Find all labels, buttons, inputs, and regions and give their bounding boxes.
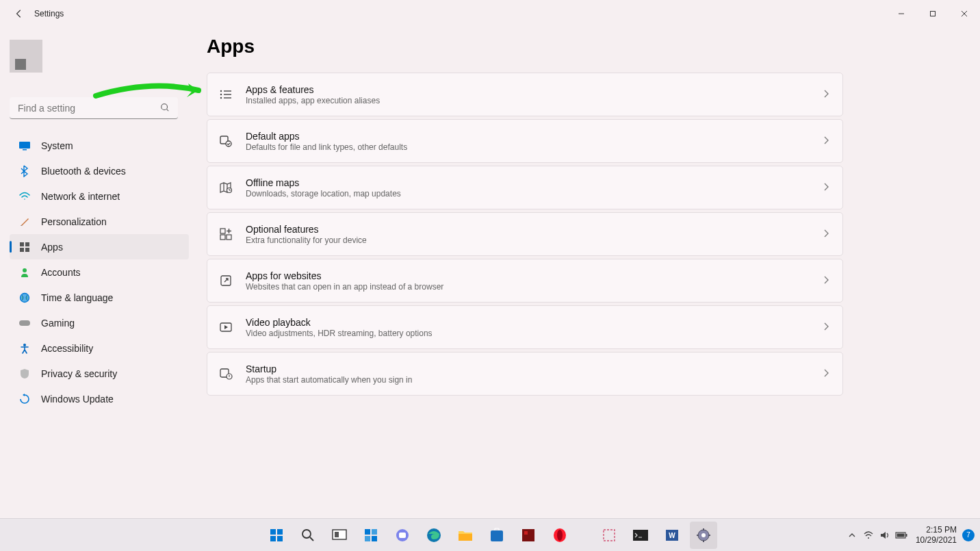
app-red[interactable] xyxy=(515,522,542,549)
svg-rect-37 xyxy=(277,536,283,541)
svg-point-54 xyxy=(557,530,563,541)
open-external-icon xyxy=(218,273,233,288)
nav-label: Bluetooth & devices xyxy=(41,166,126,177)
svg-point-13 xyxy=(21,293,29,302)
paint-icon xyxy=(18,215,31,229)
nav-accessibility[interactable]: Accessibility xyxy=(10,335,189,361)
svg-rect-35 xyxy=(277,529,283,535)
svg-rect-56 xyxy=(633,530,648,541)
card-offline-maps[interactable]: Offline mapsDownloads, storage location,… xyxy=(207,166,843,209)
taskbar-search[interactable] xyxy=(294,522,322,549)
card-apps-websites[interactable]: Apps for websitesWebsites that can open … xyxy=(207,259,843,303)
tray-clock[interactable]: 2:15 PM10/29/2021 xyxy=(916,525,957,546)
nav-label: Privacy & security xyxy=(41,368,117,379)
search-input[interactable] xyxy=(10,97,178,119)
nav-bluetooth[interactable]: Bluetooth & devices xyxy=(10,158,189,183)
settings-app[interactable] xyxy=(690,522,717,549)
svg-point-23 xyxy=(226,141,231,146)
main-content: Apps Apps & featuresInstalled apps, app … xyxy=(198,27,980,518)
user-avatar[interactable] xyxy=(10,40,42,73)
chevron-right-icon xyxy=(823,228,829,240)
svg-rect-10 xyxy=(20,248,24,252)
card-default-apps[interactable]: Default appsDefaults for file and link t… xyxy=(207,119,843,163)
svg-point-16 xyxy=(220,90,222,92)
widgets[interactable] xyxy=(357,522,385,549)
svg-rect-44 xyxy=(365,536,370,541)
chevron-right-icon xyxy=(823,368,829,380)
svg-rect-8 xyxy=(20,242,24,246)
svg-line-5 xyxy=(167,110,169,112)
plus-grid-icon xyxy=(218,227,233,242)
gamepad-icon xyxy=(18,316,31,330)
app-store[interactable] xyxy=(483,522,511,549)
window-title: Settings xyxy=(34,9,64,18)
globe-icon xyxy=(18,291,31,305)
terminal-app[interactable] xyxy=(627,522,654,549)
card-title: Offline maps xyxy=(246,177,823,188)
nav-privacy[interactable]: Privacy & security xyxy=(10,361,189,386)
monitor-icon xyxy=(18,139,31,153)
chevron-right-icon xyxy=(823,181,829,194)
notifications-badge[interactable]: 7 xyxy=(962,529,975,541)
svg-rect-6 xyxy=(19,142,30,149)
nav-time[interactable]: Time & language xyxy=(10,285,189,310)
svg-rect-25 xyxy=(220,229,225,233)
video-icon xyxy=(218,320,233,335)
task-view[interactable] xyxy=(326,522,353,549)
file-explorer[interactable] xyxy=(452,522,479,549)
tray-overflow[interactable] xyxy=(844,527,860,543)
svg-rect-52 xyxy=(524,531,528,535)
svg-rect-67 xyxy=(905,534,907,537)
maximize-button[interactable] xyxy=(917,3,949,24)
svg-rect-68 xyxy=(897,533,904,537)
card-startup[interactable]: StartupApps that start automatically whe… xyxy=(207,352,843,396)
shield-icon xyxy=(18,367,31,381)
back-button[interactable] xyxy=(7,1,31,26)
word-app[interactable]: W xyxy=(658,522,686,549)
page-title: Apps xyxy=(207,36,953,57)
card-video-playback[interactable]: Video playbackVideo adjustments, HDR str… xyxy=(207,305,843,349)
nav-list: System Bluetooth & devices Network & int… xyxy=(10,133,189,411)
card-optional-features[interactable]: Optional featuresExtra functionality for… xyxy=(207,212,843,256)
nav-personalization[interactable]: Personalization xyxy=(10,209,189,234)
person-icon xyxy=(18,266,31,279)
chevron-right-icon xyxy=(823,88,829,101)
nav-accounts[interactable]: Accounts xyxy=(10,259,189,285)
nav-network[interactable]: Network & internet xyxy=(10,183,189,209)
svg-point-12 xyxy=(23,268,27,272)
opera-app[interactable] xyxy=(546,522,573,549)
chevron-right-icon xyxy=(823,321,829,333)
card-subtitle: Downloads, storage location, map updates xyxy=(246,189,823,198)
accessibility-icon xyxy=(18,342,31,355)
snip-app[interactable] xyxy=(595,522,623,549)
svg-text:W: W xyxy=(669,532,675,539)
minimize-button[interactable] xyxy=(886,3,917,24)
bluetooth-icon xyxy=(18,164,31,178)
svg-rect-27 xyxy=(227,235,231,240)
nav-apps[interactable]: Apps xyxy=(10,234,189,259)
svg-rect-51 xyxy=(522,529,534,541)
chevron-right-icon xyxy=(823,135,829,147)
nav-label: System xyxy=(41,140,73,151)
svg-line-39 xyxy=(310,537,313,541)
chevron-right-icon xyxy=(823,274,829,287)
svg-rect-34 xyxy=(270,529,276,535)
nav-gaming[interactable]: Gaming xyxy=(10,310,189,335)
nav-label: Accessibility xyxy=(41,343,93,354)
tray-wifi-icon[interactable] xyxy=(861,527,876,543)
nav-system[interactable]: System xyxy=(10,133,189,158)
svg-rect-41 xyxy=(335,532,339,537)
close-button[interactable] xyxy=(949,3,980,24)
tray-battery-icon[interactable] xyxy=(894,527,909,543)
start-button[interactable] xyxy=(263,522,290,549)
wifi-icon xyxy=(18,190,31,203)
svg-rect-1 xyxy=(931,12,936,16)
startup-icon xyxy=(218,366,233,381)
nav-update[interactable]: Windows Update xyxy=(10,386,189,411)
edge-app[interactable] xyxy=(420,522,448,549)
teams-chat[interactable] xyxy=(389,522,416,549)
card-apps-features[interactable]: Apps & featuresInstalled apps, app execu… xyxy=(207,73,843,116)
card-title: Apps & features xyxy=(246,84,823,95)
card-title: Video playback xyxy=(246,317,823,328)
tray-volume-icon[interactable] xyxy=(877,527,892,543)
